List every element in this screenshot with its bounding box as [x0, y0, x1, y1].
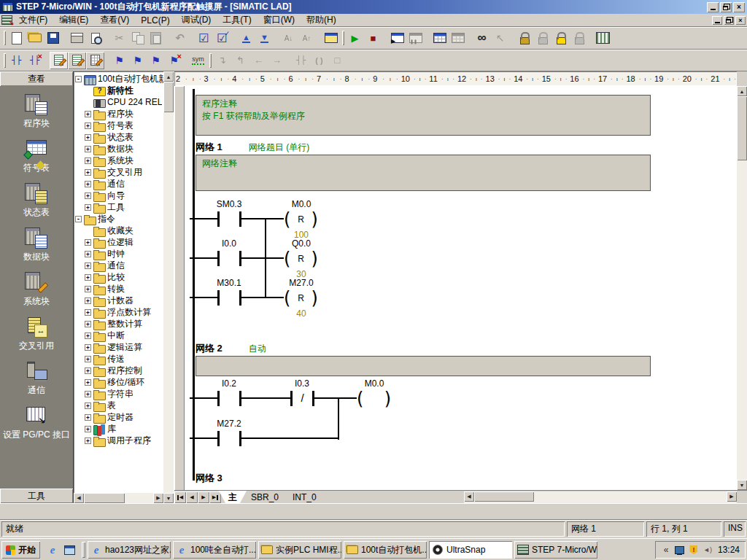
contact-address[interactable]: I0.0 [205, 238, 253, 249]
open-icon[interactable] [26, 29, 44, 47]
ladder-window-icon[interactable] [594, 29, 612, 47]
task-button[interactable]: 100t自动打包机... [344, 541, 427, 559]
menu-help[interactable]: 帮助(H) [301, 13, 341, 27]
network2-header[interactable]: 网络 2 自动 [196, 343, 266, 354]
scrollbar-track[interactable] [163, 112, 174, 493]
bookmark-next-icon[interactable] [128, 52, 147, 69]
toolbar-separator[interactable] [62, 29, 68, 47]
tree-item[interactable]: + 计数器 [75, 295, 163, 306]
toggle-symbol-info-table-icon[interactable] [86, 52, 104, 69]
toolbar-separator[interactable] [183, 52, 189, 69]
toolbar-grip[interactable] [1, 52, 7, 69]
tree-vertical-scrollbar[interactable]: ▲ ▼ [163, 71, 174, 503]
nc-contact-symbol[interactable]: / [290, 391, 314, 406]
toolbar-grip[interactable] [207, 52, 213, 69]
scrollbar-track[interactable] [534, 491, 727, 503]
navbar-item[interactable]: 符号表 [23, 138, 50, 174]
scroll-left-icon[interactable]: ◀ [74, 493, 84, 503]
editor-horizontal-scrollbar[interactable]: ◀ ▶ [464, 491, 737, 503]
insert-box-icon[interactable] [328, 52, 347, 69]
scroll-left-icon[interactable]: ◀ [464, 491, 474, 502]
no-contact-symbol[interactable] [217, 251, 241, 266]
display-tray-icon[interactable] [675, 545, 685, 555]
delete-network-icon[interactable] [26, 52, 44, 69]
expander-icon[interactable]: + [85, 239, 91, 246]
toolbar-separator[interactable] [274, 29, 279, 47]
pause-program-status-icon[interactable] [491, 29, 509, 47]
reset-coil-symbol[interactable]: (R) [284, 249, 318, 268]
scroll-up-icon[interactable]: ▲ [163, 71, 174, 82]
sheet-tab[interactable]: SBR_0 [241, 491, 288, 503]
download-icon[interactable] [255, 29, 274, 47]
network2-comment-box[interactable] [196, 356, 651, 376]
expander-icon[interactable]: + [85, 438, 91, 444]
ladder-canvas[interactable]: 程序注释 按 F1 获得帮助及举例程序 网络 1 网络题目 (单行) 网络注释 [174, 86, 737, 490]
task-button[interactable]: 100吨全自动打... [173, 541, 256, 559]
copy-icon[interactable] [128, 29, 147, 47]
sheet-tab[interactable]: 主 [219, 491, 247, 503]
expander-icon[interactable]: + [85, 111, 91, 117]
expander-icon[interactable]: + [85, 391, 91, 397]
tree-item[interactable]: + 系统块 [75, 155, 163, 166]
toolbar-separator[interactable] [104, 29, 110, 47]
expander-icon[interactable]: - [75, 76, 82, 82]
navbar-item[interactable]: 交叉引用 [19, 316, 54, 352]
expander-icon[interactable]: + [85, 122, 91, 129]
expander-icon[interactable]: + [85, 402, 91, 409]
menu-edit[interactable]: 编辑(E) [54, 13, 93, 27]
tree-item[interactable]: + 调用子程序 [75, 435, 163, 446]
chart-status-icon[interactable] [388, 29, 406, 47]
tree-item[interactable]: + 传送 [75, 353, 163, 365]
toggle-pou-comments-icon[interactable] [50, 52, 68, 69]
task-button[interactable]: UltraSnap [429, 541, 512, 559]
tree-item[interactable]: + 交叉引用 [75, 166, 163, 178]
status-table-monitor-icon[interactable] [430, 29, 449, 47]
upload-icon[interactable] [237, 29, 255, 47]
padlock-open-icon[interactable] [533, 29, 551, 47]
expander-icon[interactable]: + [85, 262, 91, 269]
tree-item[interactable]: + 状态表 [75, 131, 163, 143]
task-button[interactable]: STEP 7-Micro/WI... [514, 541, 597, 559]
security-shield-icon[interactable] [689, 545, 699, 555]
menu-debug[interactable]: 调试(D) [177, 13, 217, 27]
network-title[interactable]: 自动 [249, 343, 266, 355]
navbar-item[interactable]: 数据块 [23, 227, 50, 263]
coil-operand[interactable]: 40 [279, 308, 323, 319]
toolbar-separator[interactable] [165, 29, 171, 47]
insert-right-icon[interactable] [268, 52, 286, 69]
child-minimize-button[interactable] [712, 16, 722, 25]
expander-icon[interactable]: + [85, 146, 91, 152]
tree-item[interactable]: + 向导 [75, 190, 163, 201]
navbar-tools-button[interactable]: 工具 [0, 489, 73, 503]
next-sheet-icon[interactable]: ▶ [198, 491, 209, 503]
tree-root-project[interactable]: - 100t自动打包机新程序配触摸屏 [75, 73, 163, 85]
toolbar-separator[interactable] [316, 29, 322, 47]
first-sheet-icon[interactable]: ◀ [174, 491, 186, 503]
close-button[interactable]: × [733, 2, 745, 12]
last-sheet-icon[interactable]: ▶ [209, 491, 221, 503]
insert-coil-icon[interactable] [310, 52, 328, 69]
insert-network-icon[interactable] [7, 52, 26, 69]
scroll-up-icon[interactable]: ▲ [737, 86, 747, 96]
tree-root-instructions[interactable]: - 指令 [75, 213, 163, 225]
navbar-view-button[interactable]: 查看 [0, 71, 73, 86]
child-restore-button[interactable] [724, 16, 734, 25]
pause-status-table-icon[interactable] [449, 29, 467, 47]
tree-item[interactable]: + 比较 [75, 271, 163, 283]
ie-quicklaunch-icon[interactable] [45, 542, 60, 557]
expander-icon[interactable]: + [85, 332, 91, 339]
toolbar-separator[interactable] [286, 52, 292, 69]
tree-item[interactable]: 新特性 [75, 85, 163, 96]
minimize-button[interactable] [707, 2, 719, 12]
insert-up-icon[interactable] [231, 52, 249, 69]
network1-comment-box[interactable]: 网络注释 [196, 155, 651, 191]
expander-icon[interactable]: + [85, 204, 91, 211]
child-window-icon[interactable] [1, 15, 12, 25]
menu-tools[interactable]: 工具(T) [217, 13, 256, 27]
no-contact-symbol[interactable] [217, 211, 241, 227]
scrollbar-thumb[interactable] [163, 82, 174, 112]
tree-item[interactable]: + 浮点数计算 [75, 306, 163, 318]
contact-address[interactable]: M30.1 [205, 278, 253, 288]
sheet-tab[interactable]: INT_0 [283, 491, 326, 503]
coil-address[interactable]: M0.0 [352, 378, 396, 389]
